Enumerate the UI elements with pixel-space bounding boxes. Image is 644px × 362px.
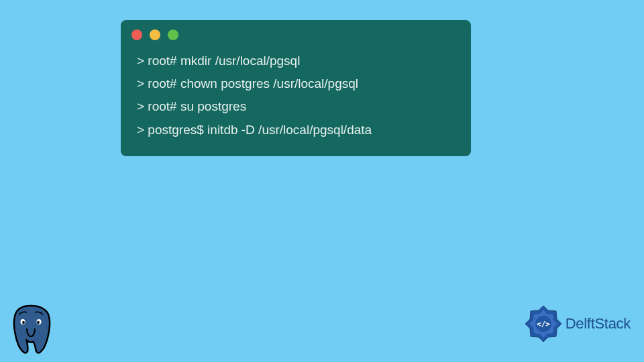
svg-point-1 bbox=[22, 321, 25, 324]
svg-text:</>: </> bbox=[537, 320, 550, 328]
terminal-line: > root# su postgres bbox=[137, 95, 455, 118]
maximize-icon[interactable] bbox=[168, 29, 178, 40]
svg-point-3 bbox=[37, 321, 40, 324]
window-titlebar bbox=[121, 20, 471, 47]
minimize-icon[interactable] bbox=[150, 29, 160, 40]
terminal-line: > root# chown postgres /usr/local/pgsql bbox=[137, 72, 455, 95]
postgres-logo-icon bbox=[7, 303, 55, 355]
delftstack-label: DelftStack bbox=[566, 315, 631, 333]
terminal-line: > root# mkdir /usr/local/pgsql bbox=[137, 50, 455, 72]
delftstack-logo: </> DelftStack bbox=[524, 304, 631, 343]
terminal-body: > root# mkdir /usr/local/pgsql > root# c… bbox=[121, 47, 471, 144]
terminal-window: > root# mkdir /usr/local/pgsql > root# c… bbox=[121, 20, 471, 156]
delftstack-emblem-icon: </> bbox=[524, 304, 563, 343]
terminal-line: > postgres$ initdb -D /usr/local/pgsql/d… bbox=[137, 119, 455, 141]
close-icon[interactable] bbox=[131, 29, 142, 40]
